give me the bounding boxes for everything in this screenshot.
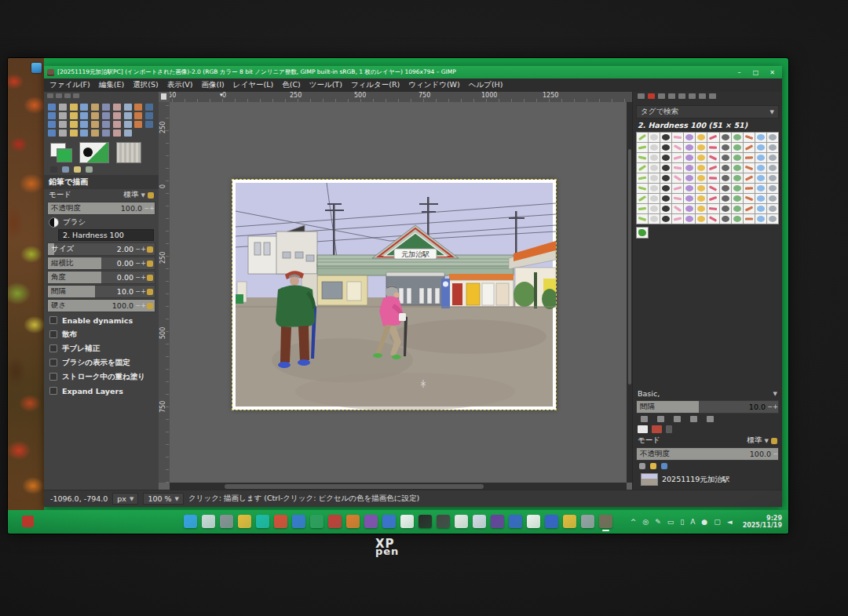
active-brush-preview[interactable] (79, 142, 109, 163)
menu-item[interactable]: 画像(I) (202, 80, 225, 90)
brush-cell[interactable] (684, 163, 695, 173)
brush-cell[interactable] (684, 133, 695, 142)
preset-row[interactable]: Basic, ▼ (633, 388, 782, 399)
tool-option-slider[interactable]: サイズ 2.00 − + (47, 242, 155, 256)
word-icon[interactable] (509, 515, 522, 528)
dock-tab-icons[interactable] (633, 92, 782, 104)
brush-cell[interactable] (672, 204, 683, 213)
brush-cell[interactable] (720, 133, 731, 142)
mode-value[interactable]: 標準 (124, 190, 139, 200)
brush-spacing-slider[interactable]: 間隔 10.0 − + (636, 400, 779, 414)
tool-button[interactable] (70, 104, 78, 111)
brush-cell[interactable] (649, 194, 660, 203)
powerpoint-icon[interactable] (346, 515, 360, 528)
tool-button[interactable] (134, 112, 142, 119)
display-icon[interactable]: ▢ (714, 518, 721, 526)
brush-cell[interactable] (637, 133, 648, 142)
brush-cell[interactable] (672, 143, 683, 152)
explorer-icon[interactable] (238, 515, 251, 528)
link-icon[interactable] (147, 261, 153, 267)
mode-switch-icon[interactable] (771, 438, 777, 444)
tool-button[interactable] (48, 121, 56, 128)
oneNote-icon[interactable] (364, 515, 378, 528)
brush-cell[interactable] (696, 184, 707, 193)
brush-cell[interactable] (649, 173, 660, 183)
tool-button[interactable] (91, 112, 99, 119)
brush-cell[interactable] (732, 153, 743, 162)
brush-cell[interactable] (744, 173, 755, 183)
tool-option-checkbox[interactable]: Enable dynamics (44, 313, 159, 327)
brush-cell[interactable] (696, 163, 707, 173)
tool-button[interactable] (124, 104, 132, 111)
taskbar-left-app-icon[interactable] (22, 516, 34, 527)
decrement-button[interactable]: − (135, 246, 141, 253)
tool-button[interactable] (91, 129, 99, 137)
tool-option-checkbox[interactable]: 散布 (44, 327, 159, 341)
link-icon[interactable] (147, 275, 153, 281)
tool-option-checkbox[interactable]: ストローク中の重ね塗り (44, 370, 159, 384)
increment-button[interactable]: + (773, 403, 778, 410)
decrement-button[interactable]: − (773, 450, 778, 457)
brush-cell[interactable] (767, 173, 778, 183)
tool-grid[interactable] (44, 102, 159, 138)
tool-button[interactable] (145, 121, 153, 128)
tool-button[interactable] (59, 129, 67, 137)
brush-cell[interactable] (672, 194, 683, 203)
brush-cell[interactable] (707, 133, 718, 142)
brush-cell[interactable] (684, 214, 695, 224)
taskbar-clock[interactable]: 9:29 2025/11/19 (743, 515, 782, 529)
tool-button[interactable] (80, 104, 88, 111)
brush-cell[interactable] (755, 163, 766, 173)
opera-icon[interactable] (527, 515, 540, 528)
checkbox-icon[interactable] (49, 316, 57, 324)
brush-cell[interactable] (744, 163, 755, 173)
brush-cell[interactable] (660, 214, 671, 224)
brush-cell[interactable] (767, 133, 778, 142)
brush-cell[interactable] (707, 153, 718, 162)
brush-cell[interactable] (755, 173, 766, 183)
brush-cell[interactable] (672, 173, 683, 183)
tool-button[interactable] (91, 104, 99, 111)
menu-item[interactable]: 表示(V) (167, 80, 193, 90)
canvas-image[interactable]: 元加治駅 (232, 180, 556, 410)
brush-cell[interactable] (684, 153, 695, 162)
decrement-button[interactable]: − (135, 260, 141, 267)
menu-item[interactable]: 色(C) (282, 80, 301, 90)
brush-cell[interactable] (637, 214, 648, 224)
excel-icon[interactable] (310, 515, 323, 528)
brush-cell[interactable] (755, 153, 766, 162)
brush-cell[interactable] (767, 153, 778, 162)
tool-button[interactable] (102, 121, 110, 128)
increment-button[interactable]: + (141, 302, 146, 309)
tray-camera-icon[interactable]: ◎ (642, 518, 649, 526)
tray-tablet-icon[interactable]: ▯ (680, 518, 684, 526)
tool-button[interactable] (102, 104, 110, 111)
brush-cell[interactable] (767, 143, 778, 152)
mode-reset-icon[interactable] (148, 192, 154, 199)
title-bar[interactable]: [20251119元加治駅PC] (インポートされた画像)-2.0 (RGB カ… (44, 66, 782, 78)
app-red-icon[interactable] (328, 515, 342, 528)
layer-row[interactable]: 20251119元加治駅 (633, 471, 782, 486)
brush-cell[interactable] (732, 173, 743, 183)
brush-cell[interactable] (732, 184, 743, 193)
onedrive-icon[interactable]: ● (701, 518, 707, 526)
brush-cell[interactable] (744, 153, 755, 162)
brush-cell[interactable] (755, 133, 766, 142)
increment-button[interactable]: + (149, 205, 155, 212)
increment-button[interactable]: + (141, 246, 146, 253)
fg-bg-color-swatch[interactable] (50, 143, 72, 162)
tool-option-checkbox[interactable]: 手ブレ補正 (44, 341, 159, 355)
brush-cell[interactable] (696, 143, 707, 152)
decrement-button[interactable]: − (135, 288, 141, 295)
tool-button[interactable] (59, 121, 67, 128)
brush-cell[interactable] (660, 204, 671, 213)
app-blue2-icon[interactable] (382, 515, 396, 528)
brush-cell[interactable] (720, 204, 731, 213)
tool-button[interactable] (91, 121, 99, 128)
active-pattern-preview[interactable] (116, 142, 141, 163)
menu-item[interactable]: ファイル(F) (49, 80, 90, 90)
terminal-icon[interactable] (419, 515, 432, 528)
decrement-button[interactable]: − (135, 302, 141, 309)
brush-cell[interactable] (732, 204, 743, 213)
link-icon[interactable] (147, 246, 153, 253)
